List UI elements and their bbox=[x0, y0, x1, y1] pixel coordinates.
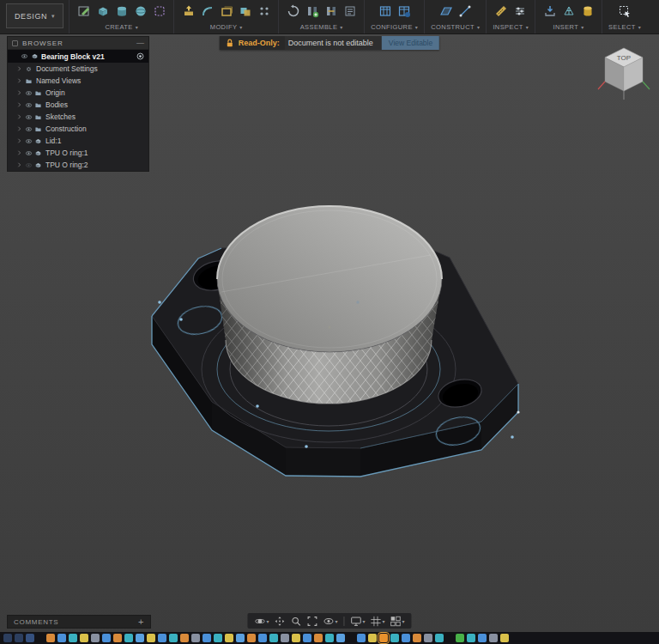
toolbar-group-menu[interactable]: CONSTRUCT▾ bbox=[431, 23, 480, 31]
sliders-icon[interactable] bbox=[512, 3, 529, 19]
form-icon[interactable] bbox=[151, 3, 167, 19]
tree-item-lid-1[interactable]: Lid:1 bbox=[8, 135, 148, 147]
taskbar-app-icon[interactable] bbox=[336, 634, 345, 642]
taskbar-app-icon[interactable] bbox=[169, 634, 178, 642]
cyl-icon[interactable] bbox=[113, 3, 130, 19]
tree-item-named-views[interactable]: Named Views bbox=[8, 75, 148, 87]
tree-item-tpu-o-ring-2[interactable]: TPU O ring:2 bbox=[8, 159, 148, 171]
taskbar-app-icon[interactable] bbox=[247, 634, 256, 642]
taskbar-app-icon[interactable] bbox=[46, 634, 55, 642]
taskbar-app-icon[interactable] bbox=[15, 634, 23, 642]
look-icon[interactable]: ▾ bbox=[321, 616, 339, 627]
insertarrow-icon[interactable] bbox=[541, 3, 558, 19]
taskbar-app-icon[interactable] bbox=[214, 634, 222, 642]
pattern2-icon[interactable] bbox=[256, 3, 272, 19]
taskbar-app-icon[interactable] bbox=[325, 634, 334, 642]
tree-item-origin[interactable]: Origin bbox=[8, 87, 148, 99]
taskbar-app-icon[interactable] bbox=[413, 634, 421, 642]
layout-icon[interactable]: ▾ bbox=[389, 616, 407, 627]
expand-arrow-icon[interactable] bbox=[15, 148, 23, 158]
toolbar-group-menu[interactable]: INSPECT▾ bbox=[493, 23, 529, 31]
tree-item-root-component[interactable]: Bearing Block v21 bbox=[8, 50, 148, 63]
collapse-browser-button[interactable]: — bbox=[136, 39, 144, 46]
taskbar-app-icon[interactable] bbox=[435, 634, 444, 642]
visibility-eye-icon[interactable] bbox=[25, 112, 33, 122]
toolbar-group-menu[interactable]: SELECT▾ bbox=[608, 23, 641, 31]
taskbar-app-icon[interactable] bbox=[158, 634, 166, 642]
box-icon[interactable] bbox=[94, 3, 111, 19]
expand-arrow-icon[interactable] bbox=[15, 160, 23, 170]
expand-arrow-icon[interactable] bbox=[15, 112, 23, 122]
taskbar-app-icon[interactable] bbox=[124, 634, 133, 642]
taskbar-app-icon[interactable] bbox=[203, 634, 211, 642]
expand-arrow-icon[interactable] bbox=[15, 124, 23, 134]
taskbar-app-icon[interactable] bbox=[147, 634, 155, 642]
expand-arrow-icon[interactable] bbox=[15, 64, 23, 74]
taskbar-app-icon[interactable] bbox=[113, 634, 122, 642]
toolbar-group-menu[interactable]: ASSEMBLE▾ bbox=[300, 23, 343, 31]
taskbar-app-icon[interactable] bbox=[314, 634, 323, 642]
tree-item-bodies[interactable]: Bodies bbox=[8, 99, 148, 111]
list-icon[interactable] bbox=[342, 3, 358, 19]
visibility-eye-icon[interactable] bbox=[25, 124, 33, 134]
presspull-icon[interactable] bbox=[180, 3, 196, 19]
taskbar-app-icon[interactable] bbox=[303, 634, 311, 642]
sketch-icon[interactable] bbox=[76, 3, 92, 19]
taskbar-app-icon[interactable] bbox=[478, 634, 487, 642]
toolbar-group-menu[interactable]: MODIFY▾ bbox=[210, 23, 243, 31]
select-icon[interactable] bbox=[617, 3, 633, 19]
toolbar-group-menu[interactable]: CREATE▾ bbox=[105, 23, 138, 31]
visibility-eye-off-icon[interactable] bbox=[25, 160, 33, 170]
tree-item-document-settings[interactable]: Document Settings bbox=[8, 63, 148, 75]
configvar-icon[interactable] bbox=[396, 3, 412, 19]
view-editable-button[interactable]: View Editable bbox=[382, 36, 439, 50]
taskbar-app-icon[interactable] bbox=[136, 634, 144, 642]
taskbar-app-icon[interactable] bbox=[281, 634, 289, 642]
taskbar-app-icon[interactable] bbox=[500, 634, 509, 642]
orbit-icon[interactable]: ▾ bbox=[252, 616, 270, 627]
toolbar-group-menu[interactable]: CONFIGURE▾ bbox=[371, 23, 418, 31]
taskbar-app-icon[interactable] bbox=[467, 634, 475, 642]
mesh-icon[interactable] bbox=[560, 3, 577, 19]
taskbar-app-icon[interactable] bbox=[91, 634, 100, 642]
joint-icon[interactable] bbox=[304, 3, 320, 19]
expand-arrow-icon[interactable] bbox=[15, 88, 23, 98]
view-cube[interactable]: TOP bbox=[596, 39, 652, 106]
taskbar-app-icon[interactable] bbox=[180, 634, 189, 642]
taskbar-app-icon[interactable] bbox=[390, 634, 399, 642]
tree-item-sketches[interactable]: Sketches bbox=[8, 111, 148, 123]
zoom-icon[interactable] bbox=[288, 616, 303, 627]
taskbar-app-icon[interactable] bbox=[69, 634, 77, 642]
taskbar-app-icon[interactable] bbox=[191, 634, 200, 642]
taskbar-app-icon[interactable] bbox=[26, 634, 34, 642]
taskbar-app-icon[interactable] bbox=[236, 634, 245, 642]
taskbar-app-icon[interactable] bbox=[424, 634, 432, 642]
visibility-eye-icon[interactable] bbox=[25, 100, 33, 110]
tree-item-tpu-o-ring-1[interactable]: TPU O ring:1 bbox=[8, 147, 148, 159]
visibility-eye-icon[interactable] bbox=[21, 52, 28, 62]
configure-icon[interactable] bbox=[377, 3, 393, 19]
taskbar-app-icon[interactable] bbox=[80, 634, 88, 642]
taskbar-app-icon[interactable] bbox=[379, 634, 388, 642]
taskbar-app-icon[interactable] bbox=[57, 634, 66, 642]
taskbar-app-icon[interactable] bbox=[269, 634, 278, 642]
visibility-eye-icon[interactable] bbox=[25, 148, 33, 158]
gridicon-icon[interactable]: ▾ bbox=[369, 616, 387, 627]
expand-arrow-icon[interactable] bbox=[15, 100, 23, 110]
add-comment-button[interactable]: + bbox=[138, 617, 144, 627]
pan-icon[interactable] bbox=[272, 616, 287, 627]
expand-arrow-icon[interactable] bbox=[15, 136, 23, 146]
comments-panel[interactable]: COMMENTS + bbox=[7, 615, 151, 629]
axisline-icon[interactable] bbox=[456, 3, 473, 19]
tree-item-construction[interactable]: Construction bbox=[8, 123, 148, 135]
fit-icon[interactable] bbox=[305, 616, 319, 627]
sphere-icon[interactable] bbox=[132, 3, 148, 19]
design-menu-button[interactable]: DESIGN ▾ bbox=[6, 3, 63, 28]
taskbar-app-icon[interactable] bbox=[258, 634, 267, 642]
3d-viewport[interactable]: Read-Only: Document is not editable View… bbox=[0, 34, 659, 632]
display-icon[interactable]: ▾ bbox=[348, 616, 366, 627]
fillet-icon[interactable] bbox=[199, 3, 215, 19]
measure-icon[interactable] bbox=[493, 3, 510, 19]
visibility-eye-icon[interactable] bbox=[25, 136, 33, 146]
taskbar-app-icon[interactable] bbox=[368, 634, 377, 642]
